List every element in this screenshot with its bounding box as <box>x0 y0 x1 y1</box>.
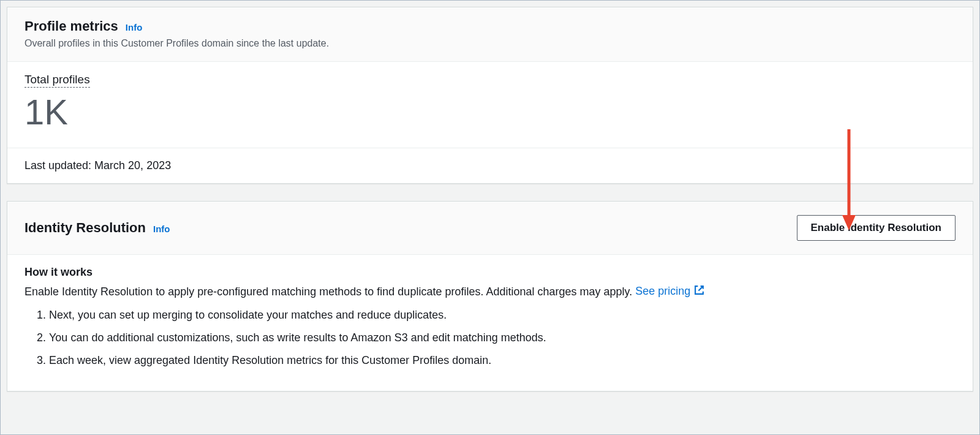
profile-metrics-panel: Profile metrics Info Overall profiles in… <box>7 7 973 184</box>
profile-metrics-title: Profile metrics <box>24 18 118 34</box>
list-item: Each week, view aggregated Identity Reso… <box>49 352 956 369</box>
profile-metrics-subtitle: Overall profiles in this Customer Profil… <box>24 38 329 49</box>
list-item: Next, you can set up merging to consolid… <box>49 307 956 323</box>
how-it-works-description: Enable Identity Resolution to apply pre-… <box>24 285 956 298</box>
how-it-works-desc-text: Enable Identity Resolution to apply pre-… <box>24 285 635 297</box>
profile-metrics-header: Profile metrics Info Overall profiles in… <box>7 7 973 62</box>
profile-metrics-info-link[interactable]: Info <box>126 22 143 32</box>
identity-resolution-panel: Identity Resolution Info Enable Identity… <box>7 201 973 392</box>
see-pricing-link[interactable]: See pricing <box>635 285 704 298</box>
last-updated-text: Last updated: March 20, 2023 <box>24 159 171 172</box>
identity-resolution-info-link[interactable]: Info <box>153 224 170 234</box>
enable-identity-resolution-button[interactable]: Enable Identity Resolution <box>797 215 956 241</box>
total-profiles-label: Total profiles <box>24 73 90 88</box>
external-link-icon <box>694 285 704 298</box>
see-pricing-label: See pricing <box>635 285 690 298</box>
how-it-works-title: How it works <box>24 266 956 279</box>
how-it-works-steps: Next, you can set up merging to consolid… <box>24 307 956 369</box>
profile-metrics-footer: Last updated: March 20, 2023 <box>7 148 973 183</box>
total-profiles-value: 1K <box>24 93 956 132</box>
identity-resolution-header: Identity Resolution Info Enable Identity… <box>7 202 973 255</box>
identity-resolution-body: How it works Enable Identity Resolution … <box>7 255 973 391</box>
profile-metrics-body: Total profiles 1K <box>7 62 973 148</box>
list-item: You can do additional customizations, su… <box>49 330 956 346</box>
identity-resolution-title: Identity Resolution <box>24 220 146 236</box>
